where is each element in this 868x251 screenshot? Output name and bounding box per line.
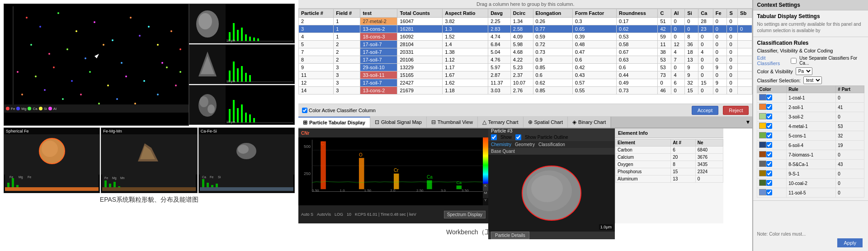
element-row: Phosphorus152324: [616, 168, 723, 175]
use-separate-checkbox[interactable]: [791, 58, 797, 64]
particle-details-btn[interactable]: Particle Details: [491, 232, 529, 239]
color-classifier-checkbox-label[interactable]: Color Active Classifier Column: [302, 108, 376, 113]
table-row[interactable]: 2127-metal-2160473.822.251.340.260.30.17…: [299, 18, 752, 25]
particle-tab-chemistry[interactable]: Chemistry: [491, 142, 511, 147]
col-ca[interactable]: Ca: [698, 9, 713, 18]
col-form[interactable]: Form Factor: [572, 9, 616, 18]
spectrum-color-bar: K M Y: [483, 137, 488, 205]
legend-dot-2: [16, 107, 20, 110]
col-dcirc[interactable]: Dcirc: [510, 9, 533, 18]
classif-count-cell: 0: [836, 112, 864, 122]
color-visibility-select[interactable]: Pa: [796, 67, 812, 75]
apply-button[interactable]: Apply: [837, 238, 863, 247]
svg-point-23: [44, 89, 46, 91]
tab-particle-tabular[interactable]: ⊞ Particle Tabular Display: [298, 117, 370, 128]
classif-count-cell: 53: [836, 122, 864, 131]
table-row[interactable]: 9329-soil-10132291.175.975.230.850.420.6…: [299, 64, 752, 71]
table-row[interactable]: 11333-soil-11151651.672.872.370.60.430.4…: [299, 71, 752, 79]
tab-thumbnail[interactable]: ⊟ Thumbnail View: [427, 117, 478, 128]
ca-s-mg-scale: 10 μm: [226, 120, 236, 123]
el-col-element: Element: [616, 139, 671, 147]
color-classifier-checkbox[interactable]: [302, 108, 307, 113]
col-s[interactable]: S: [727, 9, 738, 18]
calcite-spectrum-svg: [226, 5, 293, 42]
particle-tab-geometry[interactable]: Geometry: [515, 142, 535, 147]
classifier-selection-select[interactable]: test: [803, 76, 822, 84]
tab-ternary[interactable]: △ Ternary Chart: [478, 117, 524, 128]
classif-visibility-checkbox[interactable]: [766, 152, 772, 157]
svg-point-7: [139, 35, 141, 37]
classif-visibility-checkbox[interactable]: [766, 170, 772, 176]
svg-text:Mg: Mg: [19, 175, 23, 179]
dolomite-shape-svg: [189, 45, 226, 84]
table-row[interactable]: 8217-soil-7201061.124.764.220.90.60.6353…: [299, 56, 752, 64]
svg-rect-46: [241, 28, 243, 41]
edit-classifiers-link[interactable]: Edit Classifiers: [757, 55, 788, 66]
tab-global-signal[interactable]: ⊡ Global Signal Map: [370, 117, 427, 128]
table-row[interactable]: 3113-cons-2162811.32.832.580.770.650.624…: [299, 25, 752, 33]
tab-dropdown-btn[interactable]: ▼: [743, 117, 752, 128]
svg-point-1: [39, 26, 41, 28]
svg-point-5: [112, 39, 113, 41]
svg-point-14: [17, 71, 19, 73]
table-row[interactable]: 4118-cons-3160921.524.744.090.590.390.53…: [299, 33, 752, 41]
col-round[interactable]: Roundness: [616, 9, 657, 18]
accept-button[interactable]: Accept: [692, 106, 719, 115]
color-swatch: [759, 104, 766, 110]
left-panel: 50 μm Fe Mg Ca Si Al Ca: [0, 0, 298, 251]
classif-visibility-checkbox[interactable]: [766, 189, 772, 195]
col-field[interactable]: Field #: [334, 9, 360, 18]
classif-row: 2-soil-141: [757, 103, 864, 112]
classif-visibility-checkbox[interactable]: [766, 142, 772, 148]
classif-visibility-checkbox[interactable]: [766, 123, 772, 129]
el-col-ne: Ne: [695, 139, 723, 147]
svg-point-29: [157, 94, 159, 95]
spectrum-display-btn[interactable]: Spectrum Display: [444, 211, 486, 218]
table-row[interactable]: 5217-soil-7281041.46.845.980.720.480.581…: [299, 41, 752, 48]
particle-tab-classification[interactable]: Classification: [538, 142, 565, 147]
classif-visibility-checkbox[interactable]: [766, 161, 772, 167]
table-row[interactable]: 14313-cons-2216791.183.032.760.850.550.7…: [299, 87, 752, 95]
tab-tabular-icon: ⊞: [303, 119, 307, 126]
table-row[interactable]: 12317-soil-7224271.6211.3710.070.620.570…: [299, 79, 752, 87]
tab-spatial[interactable]: ⊕ Spatial Chart: [524, 117, 568, 128]
ca-s-mg-spectrum-svg: [226, 86, 293, 123]
thumb-fe-mg-mn-image: [101, 128, 197, 175]
data-table[interactable]: Particle # Field # test Total Counts Asp…: [298, 9, 752, 104]
col-al[interactable]: Al: [671, 9, 685, 18]
svg-text:1.0: 1.0: [340, 189, 345, 192]
particle-options-row: Show Show Particle Outline: [488, 133, 615, 141]
col-total[interactable]: Total Counts: [397, 9, 443, 18]
col-aspect[interactable]: Aspect Ratio: [443, 9, 488, 18]
apply-row: Apply: [757, 237, 864, 249]
classif-visibility-checkbox[interactable]: [766, 180, 772, 186]
col-si[interactable]: Si: [685, 9, 698, 18]
table-row[interactable]: 7217-soil-7203311.385.044.680.730.470.67…: [299, 48, 752, 56]
classif-visibility-checkbox[interactable]: [766, 104, 772, 110]
classif-visibility-checkbox[interactable]: [766, 133, 772, 138]
classif-visibility-checkbox[interactable]: [766, 95, 772, 100]
tab-global-label: Global Signal Map: [381, 119, 422, 125]
show-outline-checkbox[interactable]: [491, 134, 497, 140]
col-fe[interactable]: Fe: [713, 9, 727, 18]
svg-text:Ca: Ca: [202, 175, 206, 179]
legend-label-ca: Ca: [33, 107, 37, 111]
dolomite-scale: 10 μm: [226, 80, 236, 83]
col-test[interactable]: test: [360, 9, 397, 18]
svg-point-2: [57, 12, 59, 14]
show-outline-label: Show Particle Outline: [525, 135, 568, 140]
col-sb[interactable]: Sb: [738, 9, 752, 18]
bottom-section: CNr 500 250 C O: [298, 128, 752, 223]
col-c[interactable]: C: [658, 9, 671, 18]
reject-button[interactable]: Reject: [723, 106, 749, 115]
col-particle[interactable]: Particle #: [299, 9, 334, 18]
show-particle-outline-checkbox[interactable]: [515, 134, 521, 140]
classif-col-parts: # Part: [836, 86, 864, 93]
tab-binary[interactable]: ◈ Binary Chart: [568, 117, 611, 128]
col-elong[interactable]: Elongation: [533, 9, 572, 18]
classif-visibility-checkbox[interactable]: [766, 114, 772, 119]
particle-view: Particle #3 Show Show Particle Outline C…: [488, 128, 615, 223]
col-davg[interactable]: Davg: [488, 9, 511, 18]
svg-point-17: [71, 80, 73, 82]
color-swatch: [759, 113, 766, 119]
